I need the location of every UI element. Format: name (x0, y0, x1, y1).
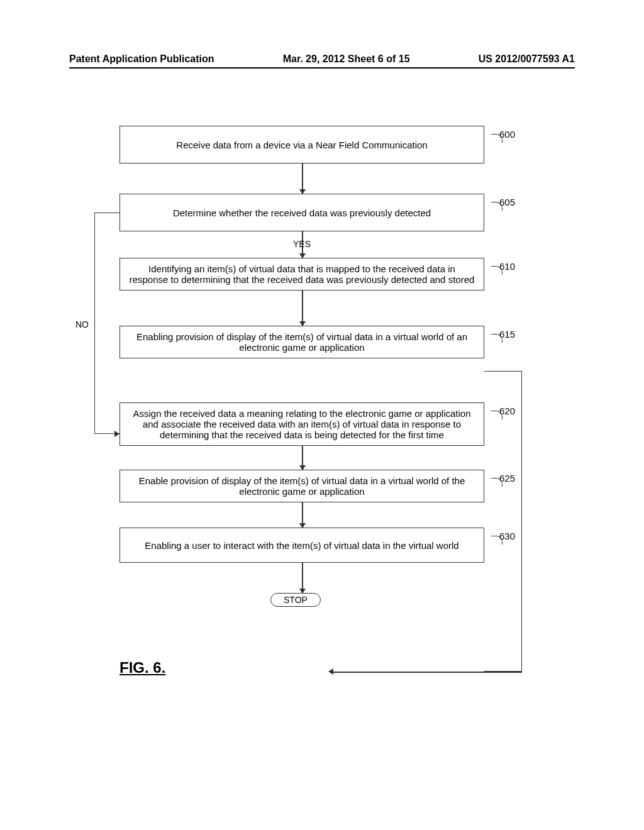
header-left: Patent Application Publication (69, 53, 214, 65)
step-605-ref: 605 (499, 197, 515, 208)
yes-label: YES (293, 239, 311, 249)
step-610: Identifying an item(s) of virtual data t… (119, 258, 484, 290)
arrow-down-icon (302, 290, 303, 326)
step-620-text: Assign the received data a meaning relat… (133, 408, 471, 440)
arrow-down-icon (302, 502, 303, 528)
arrow-down-icon (302, 446, 303, 470)
flowchart: Receive data from a device via a Near Fi… (94, 126, 509, 607)
step-610-text: Identifying an item(s) of virtual data t… (130, 263, 475, 285)
step-610-ref: 610 (499, 261, 515, 272)
page-header: Patent Application Publication Mar. 29, … (69, 53, 575, 69)
arrow-down-icon (302, 163, 303, 194)
stop-terminator: STOP (270, 593, 321, 607)
right-path-bottom (332, 672, 522, 673)
step-615-text: Enabling provision of display of the ite… (136, 331, 467, 353)
no-label: NO (75, 319, 89, 329)
step-600-ref: 600 (499, 129, 515, 140)
right-path-line (484, 371, 522, 672)
step-605-text: Determine whether the received data was … (173, 208, 431, 218)
step-630-text: Enabling a user to interact with the ite… (145, 540, 458, 551)
step-625: Enable provision of display of the item(… (119, 470, 484, 502)
header-right: US 2012/0077593 A1 (479, 53, 575, 65)
step-605: Determine whether the received data was … (119, 194, 484, 231)
arrow-right-icon (114, 431, 119, 437)
step-625-text: Enable provision of display of the item(… (139, 475, 465, 497)
step-600: Receive data from a device via a Near Fi… (119, 126, 484, 163)
no-path-line (94, 213, 119, 434)
figure-label: FIG. 6. (119, 659, 165, 677)
step-620: Assign the received data a meaning relat… (119, 402, 484, 446)
step-600-text: Receive data from a device via a Near Fi… (176, 140, 427, 150)
header-center: Mar. 29, 2012 Sheet 6 of 15 (283, 53, 410, 65)
step-615: Enabling provision of display of the ite… (119, 326, 484, 358)
step-630: Enabling a user to interact with the ite… (119, 528, 484, 563)
step-615-ref: 615 (499, 329, 515, 340)
arrow-down-icon (302, 563, 303, 593)
stop-label: STOP (284, 595, 308, 605)
